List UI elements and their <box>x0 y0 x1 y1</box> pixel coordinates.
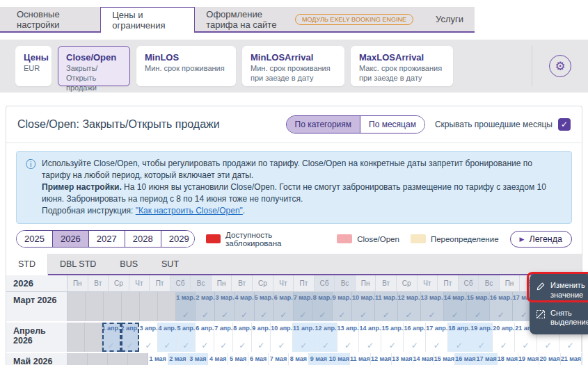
year-2029[interactable]: 2029 <box>161 231 195 247</box>
calendar-day-cell[interactable]: 7 мар.✓ <box>294 292 313 321</box>
calendar-day-cell[interactable]: 19 мая✓ <box>518 353 539 365</box>
calendar-day-cell[interactable]: 14 апр.✓ <box>359 323 381 352</box>
calendar-day-cell[interactable]: 6 мая✓ <box>248 353 269 365</box>
room-type-tabs: STD DBL STD BUS SUT <box>6 254 582 275</box>
legend-button[interactable]: ▶ Легенда <box>510 231 572 248</box>
calendar-day-cell[interactable]: 17 мая✓ <box>476 353 497 365</box>
tab-main-settings[interactable]: Основные настройки <box>6 7 100 31</box>
calendar-day-cell[interactable]: 16 мар.✓ <box>490 292 513 321</box>
calendar-day-cell[interactable]: 10 мая✓ <box>329 353 350 365</box>
calendar-day-cell[interactable]: 13 апр.✓ <box>337 323 360 352</box>
hide-past-months-checkbox[interactable]: ✓ <box>558 118 571 131</box>
room-tab-dbl-std[interactable]: DBL STD <box>48 254 108 274</box>
calendar-day-cell[interactable]: 3 мар.✓ <box>215 292 235 321</box>
calendar-day-cell[interactable]: 5 мая✓ <box>228 353 248 365</box>
calendar-day-cell[interactable]: 17 апр.✓ <box>426 323 448 352</box>
calendar-day-cell[interactable]: 2 мая✓ <box>168 353 189 365</box>
legend-label: Close/Open <box>357 235 399 243</box>
calendar-day-cell[interactable]: 16 мая✓ <box>455 353 476 365</box>
calendar-day-cell[interactable]: 11 мар.✓ <box>375 292 398 321</box>
tab-rate-site-design[interactable]: Оформление тарифа на сайте МОДУЛЬ EXELY … <box>195 7 424 31</box>
day-date-label: 1 мар. <box>176 294 195 301</box>
card-minlos[interactable]: MinLOS Мин. срок проживания <box>136 46 236 86</box>
open-check-icon: ✓ <box>257 341 264 350</box>
calendar-day-cell[interactable]: 8 апр.✓ <box>233 323 252 352</box>
how-to-configure-link[interactable]: "Как настроить Close/Open" <box>136 206 243 216</box>
calendar-day-cell[interactable]: 14 мар.✓ <box>444 292 467 321</box>
calendar-day-cell[interactable]: 13 мая✓ <box>392 353 413 365</box>
day-date-label: 8 мар. <box>313 294 332 301</box>
year-2026[interactable]: 2026 <box>52 231 88 247</box>
day-date-label: 4 апр. <box>158 325 176 332</box>
calendar-day-cell[interactable]: 15 мар.✓ <box>467 292 490 321</box>
calendar-day-cell[interactable]: 10 мар.✓ <box>352 292 375 321</box>
calendar-day-cell[interactable]: 9 мар.✓ <box>333 292 352 321</box>
calendar-day-cell[interactable]: 18 мая✓ <box>498 353 518 365</box>
calendar-day-cell[interactable]: 5 мар.✓ <box>255 292 274 321</box>
calendar-day-cell[interactable]: 12 мая✓ <box>371 353 392 365</box>
calendar-day-cell[interactable]: 20 апр.✓ <box>493 323 515 352</box>
day-date-label: 8 мая <box>290 355 307 362</box>
calendar-day-cell[interactable]: 14 мая✓ <box>413 353 434 365</box>
calendar-day-cell[interactable]: 1 мар.✓ <box>176 292 196 321</box>
menu-item-edit-value[interactable]: Изменить значение <box>530 277 588 305</box>
calendar-day-cell[interactable]: 3 апр.✓ <box>139 323 158 352</box>
weekday-header: Вт <box>88 275 109 292</box>
calendar-day-cell[interactable]: 20 мая✓ <box>539 353 560 365</box>
calendar-day-cell[interactable]: 15 апр.✓ <box>381 323 404 352</box>
card-maxlosarrival[interactable]: MaxLOSArrival Макс. срок проживания при … <box>351 46 453 86</box>
tab-services[interactable]: Услуги <box>424 7 475 31</box>
calendar-day-cell[interactable]: 2 апр.✓ <box>121 323 140 352</box>
toggle-by-months[interactable]: По месяцам <box>360 116 424 133</box>
calendar-day-cell[interactable]: 3 мая✓ <box>188 353 208 365</box>
calendar-day-cell[interactable]: 18 апр.✓ <box>448 323 470 352</box>
calendar-day-cell[interactable]: 10 апр.✓ <box>271 323 293 352</box>
calendar-day-cell[interactable]: 8 мая✓ <box>289 353 309 365</box>
calendar-day-cell[interactable]: 4 мая✓ <box>208 353 228 365</box>
room-tab-bus[interactable]: BUS <box>108 254 150 274</box>
card-minlosarrival[interactable]: MinLOSArrival Мин. срок проживания при з… <box>242 46 344 86</box>
menu-item-deselect[interactable]: Снять выделение <box>530 305 588 332</box>
calendar-day-cell[interactable]: 4 мар.✓ <box>235 292 255 321</box>
card-prices[interactable]: Цены EUR <box>15 46 51 86</box>
calendar-day-cell[interactable]: 21 мая✓ <box>561 353 582 365</box>
calendar-day-cell[interactable]: 7 апр.✓ <box>214 323 233 352</box>
calendar-day-cell[interactable]: 5 апр.✓ <box>177 323 196 352</box>
toggle-by-categories[interactable]: По категориям <box>287 116 360 133</box>
calendar-day-cell[interactable]: 6 мар.✓ <box>274 292 294 321</box>
calendar-day-cell[interactable]: 13 мар.✓ <box>421 292 444 321</box>
calendar-empty-cell <box>158 292 176 321</box>
room-tab-std[interactable]: STD <box>6 254 48 275</box>
calendar-day-cell[interactable]: 11 мая✓ <box>350 353 371 365</box>
calendar-day-cell[interactable]: 12 мар.✓ <box>398 292 421 321</box>
settings-gear-button[interactable]: ⚙ <box>549 55 571 77</box>
calendar-day-cell[interactable]: 7 мая✓ <box>269 353 289 365</box>
calendar-day-cell[interactable]: 12 апр.✓ <box>315 323 337 352</box>
year-2025[interactable]: 2025 <box>17 231 52 247</box>
weekday-header: Чт <box>129 275 150 292</box>
calendar-day-cell[interactable]: 9 апр.✓ <box>252 323 271 352</box>
weekday-header: Пт <box>150 275 170 292</box>
room-tab-sut[interactable]: SUT <box>150 254 191 274</box>
calendar-day-cell[interactable]: 19 апр.✓ <box>470 323 493 352</box>
calendar-day-cell[interactable]: 11 апр.✓ <box>293 323 315 352</box>
day-date-label: 2 мая <box>169 355 186 362</box>
calendar-day-cell[interactable]: 8 мар.✓ <box>313 292 333 321</box>
calendar-day-cell[interactable]: 2 мар.✓ <box>196 292 215 321</box>
card-close-open[interactable]: Close/Open Закрыть/Открыть продажи <box>58 46 130 86</box>
vertical-divider <box>532 46 532 86</box>
year-2027[interactable]: 2027 <box>88 231 125 247</box>
tab-prices-restrictions[interactable]: Цены и ограничения <box>100 7 195 33</box>
calendar-day-cell[interactable]: 16 апр.✓ <box>404 323 426 352</box>
open-check-icon: ✓ <box>498 310 504 320</box>
calendar-day-cell[interactable]: 1 апр.✓ <box>102 323 121 352</box>
calendar-day-cell[interactable]: 9 мая✓ <box>309 353 329 365</box>
hide-past-months-control: Скрывать прошедшие месяцы ✓ <box>435 118 571 131</box>
calendar-day-cell[interactable]: 1 мая✓ <box>148 353 168 365</box>
year-2028[interactable]: 2028 <box>125 231 161 247</box>
calendar-day-cell[interactable]: 4 апр.✓ <box>158 323 177 352</box>
open-check-icon: ✓ <box>452 310 459 320</box>
calendar-day-cell[interactable]: 15 мая✓ <box>434 353 455 365</box>
day-date-label: 14 мая <box>413 355 434 362</box>
calendar-day-cell[interactable]: 6 апр.✓ <box>196 323 214 352</box>
